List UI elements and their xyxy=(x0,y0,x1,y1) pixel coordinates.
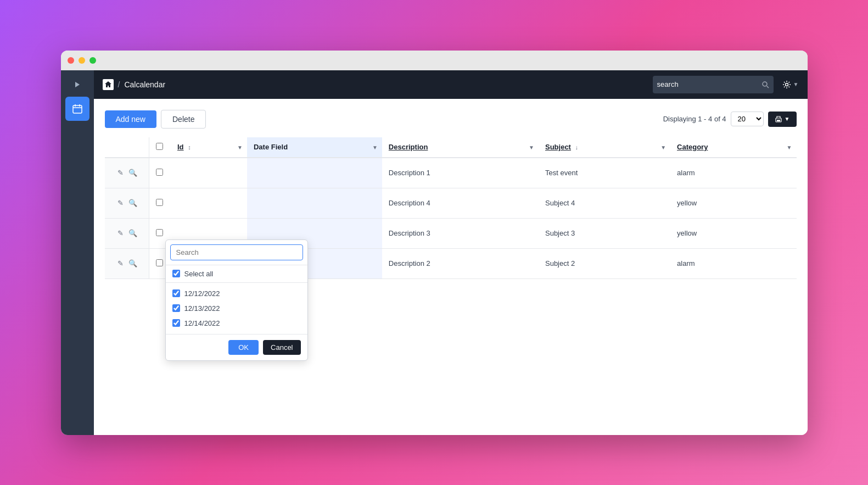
dropdown-item-label: 12/14/2022 xyxy=(184,319,220,327)
col-header-id[interactable]: Id ↕ ▼ xyxy=(171,137,247,158)
search-input[interactable] xyxy=(657,80,761,88)
search-row-icon[interactable]: 🔍 xyxy=(128,198,138,208)
table-row: ✎ 🔍 Description 1 Test event alarm xyxy=(105,158,797,188)
displaying-count: Displaying 1 - 4 of 4 xyxy=(663,115,726,123)
row-checkbox[interactable] xyxy=(156,199,163,206)
dropdown-list: 12/12/202212/13/202212/14/2022 xyxy=(166,283,307,334)
maximize-button[interactable] xyxy=(89,57,96,64)
select-all-row[interactable]: Select all xyxy=(166,265,307,283)
row-subject-cell: Subject 4 xyxy=(539,188,670,218)
dropdown-item-checkbox[interactable] xyxy=(172,319,180,327)
row-category-cell: alarm xyxy=(670,158,796,188)
topbar: / Calcalendar xyxy=(94,70,808,99)
row-subject-cell: Subject 2 xyxy=(539,248,670,278)
row-id-cell xyxy=(171,188,247,218)
dropdown-item[interactable]: 12/14/2022 xyxy=(166,316,307,331)
col-header-actions xyxy=(105,137,149,158)
row-description-cell: Description 3 xyxy=(382,218,539,248)
col-id-label: Id xyxy=(177,143,184,151)
col-header-subject[interactable]: Subject ↓ ▼ xyxy=(539,137,670,158)
nav-toggle-button[interactable] xyxy=(66,75,88,94)
col-header-date-field[interactable]: Date Field ▼ xyxy=(247,137,382,158)
row-category-cell: yellow xyxy=(670,218,796,248)
dropdown-item-label: 12/12/2022 xyxy=(184,289,220,298)
cancel-button[interactable]: Cancel xyxy=(263,340,300,355)
row-checkbox[interactable] xyxy=(156,259,163,266)
print-button[interactable]: ▼ xyxy=(768,112,797,127)
sidebar-item-calendar[interactable] xyxy=(65,97,89,121)
search-row-icon[interactable]: 🔍 xyxy=(128,168,138,178)
category-filter-icon[interactable]: ▼ xyxy=(787,144,792,150)
row-actions-cell: ✎ 🔍 xyxy=(105,158,149,188)
svg-point-7 xyxy=(785,83,788,86)
edit-icon[interactable]: ✎ xyxy=(116,168,126,178)
dropdown-footer: OK Cancel xyxy=(166,334,307,360)
page-content: Add new Delete Displaying 1 - 4 of 4 20 … xyxy=(94,99,808,435)
row-checkbox[interactable] xyxy=(156,229,163,236)
row-checkbox-cell[interactable] xyxy=(149,188,171,218)
svg-marker-0 xyxy=(75,82,80,87)
select-all-checkbox[interactable] xyxy=(156,143,163,150)
col-date-label: Date Field xyxy=(254,143,288,151)
per-page-select[interactable]: 20 10 50 100 xyxy=(731,112,764,126)
col-category-label: Category xyxy=(677,143,708,151)
settings-button[interactable]: ▼ xyxy=(782,80,799,89)
row-actions-cell: ✎ 🔍 xyxy=(105,248,149,278)
subject-sort-icon[interactable]: ↓ xyxy=(575,144,579,150)
description-filter-icon[interactable]: ▼ xyxy=(529,144,534,150)
row-date-cell xyxy=(247,188,382,218)
ok-button[interactable]: OK xyxy=(228,340,259,355)
row-description-cell: Description 1 xyxy=(382,158,539,188)
row-checkbox-cell[interactable] xyxy=(149,158,171,188)
id-sort-icon[interactable]: ↕ xyxy=(188,144,191,150)
close-button[interactable] xyxy=(68,57,74,64)
main-content: / Calcalendar xyxy=(94,70,808,435)
titlebar xyxy=(61,51,808,70)
row-id-cell xyxy=(171,158,247,188)
col-header-checkbox[interactable] xyxy=(149,137,171,158)
edit-icon[interactable]: ✎ xyxy=(116,259,126,269)
row-category-cell: alarm xyxy=(670,248,796,278)
minimize-button[interactable] xyxy=(79,57,85,64)
row-actions-cell: ✎ 🔍 xyxy=(105,218,149,248)
dropdown-search-container xyxy=(166,240,307,265)
dropdown-item[interactable]: 12/12/2022 xyxy=(166,286,307,301)
select-all-label: Select all xyxy=(184,270,214,278)
search-box xyxy=(653,76,774,93)
breadcrumb-separator: / xyxy=(118,80,120,89)
search-row-icon[interactable]: 🔍 xyxy=(128,259,138,269)
dropdown-item-checkbox[interactable] xyxy=(172,304,180,312)
svg-rect-1 xyxy=(73,105,82,113)
search-icon[interactable] xyxy=(761,81,769,88)
row-description-cell: Description 2 xyxy=(382,248,539,278)
svg-line-6 xyxy=(766,86,769,88)
svg-rect-9 xyxy=(777,120,780,121)
home-icon[interactable] xyxy=(103,79,114,90)
edit-icon[interactable]: ✎ xyxy=(116,198,126,208)
row-description-cell: Description 4 xyxy=(382,188,539,218)
row-checkbox[interactable] xyxy=(156,169,163,176)
select-all-checkbox-dropdown[interactable] xyxy=(172,270,180,277)
svg-point-5 xyxy=(763,82,767,86)
breadcrumb: / Calcalendar xyxy=(103,79,166,90)
breadcrumb-title: Calcalendar xyxy=(124,80,165,89)
col-header-description[interactable]: Description ▼ xyxy=(382,137,539,158)
delete-button[interactable]: Delete xyxy=(161,110,206,129)
edit-icon[interactable]: ✎ xyxy=(116,228,126,238)
dropdown-item-label: 12/13/2022 xyxy=(184,304,220,313)
col-subject-label: Subject xyxy=(545,143,571,151)
dropdown-item[interactable]: 12/13/2022 xyxy=(166,301,307,316)
table-row: ✎ 🔍 Description 4 Subject 4 yellow xyxy=(105,188,797,218)
sidebar xyxy=(61,70,94,435)
date-field-dropdown: Select all 12/12/202212/13/202212/14/202… xyxy=(165,239,308,361)
dropdown-item-checkbox[interactable] xyxy=(172,289,180,297)
row-date-cell xyxy=(247,158,382,188)
id-filter-icon[interactable]: ▼ xyxy=(237,144,243,150)
col-header-category[interactable]: Category ▼ xyxy=(670,137,796,158)
row-actions-cell: ✎ 🔍 xyxy=(105,188,149,218)
subject-filter-icon[interactable]: ▼ xyxy=(660,144,666,150)
search-row-icon[interactable]: 🔍 xyxy=(128,228,138,238)
dropdown-search-input[interactable] xyxy=(170,244,303,260)
add-new-button[interactable]: Add new xyxy=(105,110,156,128)
date-filter-icon[interactable]: ▼ xyxy=(372,144,378,150)
